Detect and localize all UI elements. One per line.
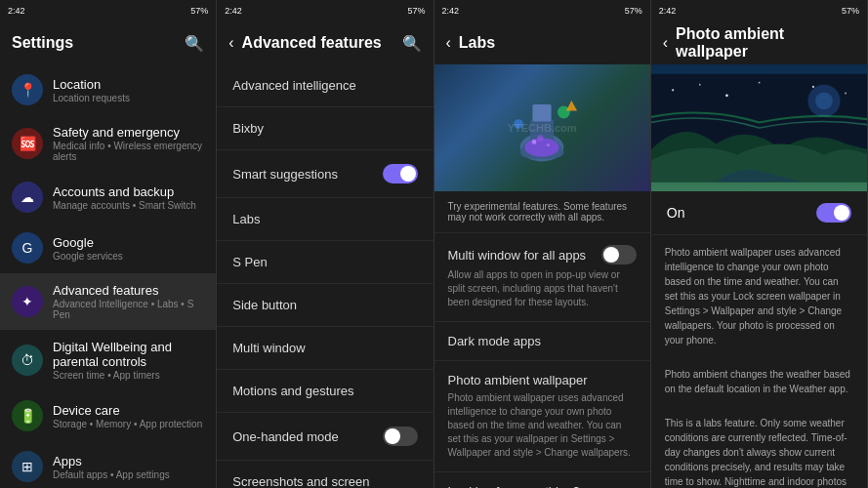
device-subtitle: Storage • Memory • App protection xyxy=(53,419,202,429)
settings-header: Settings 🔍 xyxy=(0,21,216,64)
settings-item-location[interactable]: 📍 Location Location requests xyxy=(0,64,216,115)
ambient-para-2: Photo ambient changes the weather based … xyxy=(651,357,867,406)
ambient-panel-title: Photo ambient wallpaper xyxy=(676,25,855,61)
motions-label: Motions and gestures xyxy=(232,384,353,398)
status-bar-3: 2:42 57% xyxy=(434,0,650,21)
svg-rect-1 xyxy=(533,104,552,122)
labs-panel: 2:42 57% ‹ Labs YTEC xyxy=(434,0,651,488)
labs-feature-something[interactable]: Looking for something? xyxy=(434,472,650,488)
accounts-subtitle: Manage accounts • Smart Switch xyxy=(53,200,196,211)
search-icon[interactable]: 🔍 xyxy=(185,34,204,53)
safety-title: Safety and emergency xyxy=(53,125,204,140)
something-title: Looking for something? xyxy=(448,484,580,488)
settings-item-apps[interactable]: ⊞ Apps Default apps • App settings xyxy=(0,441,216,488)
menu-item-onehanded[interactable]: One-handed mode xyxy=(217,413,433,461)
ambient-panel: 2:42 57% ‹ Photo ambient wallpaper YTECH… xyxy=(651,0,868,488)
google-subtitle: Google services xyxy=(53,251,123,262)
search-icon-2[interactable]: 🔍 xyxy=(402,34,422,53)
svg-point-15 xyxy=(845,93,847,95)
wellbeing-title: Digital Wellbeing and parental controls xyxy=(53,340,204,369)
menu-item-smart[interactable]: Smart suggestions xyxy=(217,150,433,198)
menu-item-ai[interactable]: Advanced intelligence xyxy=(217,64,433,107)
advanced-icon: ✦ xyxy=(12,286,43,317)
wellbeing-icon: ⏱ xyxy=(12,345,43,376)
smart-toggle[interactable] xyxy=(383,164,418,183)
svg-point-17 xyxy=(815,92,833,109)
menu-item-spen[interactable]: S Pen xyxy=(217,241,433,284)
ambient-desc: Photo ambient wallpaper uses advanced in… xyxy=(448,391,637,460)
ambient-content: YTECHB.com xyxy=(651,64,867,488)
battery-1: 57% xyxy=(190,6,208,16)
status-bar-1: 2:42 57% xyxy=(0,0,216,21)
back-icon-2[interactable]: ‹ xyxy=(228,34,233,52)
menu-item-bixby[interactable]: Bixby xyxy=(217,107,433,150)
onehanded-label: One-handed mode xyxy=(232,429,338,444)
svg-point-11 xyxy=(699,84,701,86)
labs-content: YTECHB.com Try experimental features. So… xyxy=(434,64,650,488)
battery-4: 57% xyxy=(842,6,859,16)
location-subtitle: Location requests xyxy=(53,93,130,103)
settings-item-safety[interactable]: 🆘 Safety and emergency Medical info • Wi… xyxy=(0,115,216,172)
labs-header: ‹ Labs xyxy=(434,21,650,64)
multiwindow-desc: Allow all apps to open in pop-up view or… xyxy=(448,268,637,309)
bixby-label: Bixby xyxy=(232,121,264,136)
multiwindow-title: Multi window for all apps xyxy=(448,248,587,263)
back-icon-3[interactable]: ‹ xyxy=(446,34,451,52)
settings-list: 📍 Location Location requests 🆘 Safety an… xyxy=(0,64,216,488)
wellbeing-subtitle: Screen time • App timers xyxy=(53,370,204,381)
ambient-toggle[interactable] xyxy=(816,203,851,223)
svg-point-5 xyxy=(537,135,543,141)
labs-panel-title: Labs xyxy=(459,34,639,52)
svg-marker-7 xyxy=(566,101,577,110)
labs-illustration: YTECHB.com xyxy=(434,64,650,191)
labs-feature-multiwindow[interactable]: Multi window for all apps Allow all apps… xyxy=(434,233,650,322)
svg-point-2 xyxy=(525,138,559,156)
ambient-svg xyxy=(651,64,867,191)
google-icon: G xyxy=(12,232,43,264)
svg-point-14 xyxy=(812,86,814,88)
labs-description: Try experimental features. Some features… xyxy=(434,191,650,233)
svg-point-12 xyxy=(725,94,728,97)
menu-item-motions[interactable]: Motions and gestures xyxy=(217,370,433,413)
settings-item-device[interactable]: 🔋 Device care Storage • Memory • App pro… xyxy=(0,390,216,441)
ambient-para-1: Photo ambient wallpaper uses advanced in… xyxy=(651,235,867,357)
time-3: 2:42 xyxy=(442,6,460,16)
device-icon: 🔋 xyxy=(12,400,43,431)
safety-icon: 🆘 xyxy=(12,128,43,159)
device-title: Device care xyxy=(53,403,202,418)
safety-subtitle: Medical info • Wireless emergency alerts xyxy=(53,141,204,162)
status-bar-2: 2:42 57% xyxy=(217,0,433,21)
apps-subtitle: Default apps • App settings xyxy=(53,469,170,480)
multiwindow-toggle[interactable] xyxy=(601,245,637,264)
labs-feature-darkmode[interactable]: Dark mode apps xyxy=(434,322,650,361)
labs-label: Labs xyxy=(232,212,260,226)
settings-item-accounts[interactable]: ☁ Accounts and backup Manage accounts • … xyxy=(0,172,216,223)
time-4: 2:42 xyxy=(659,6,677,16)
time-2: 2:42 xyxy=(225,6,242,16)
status-bar-4: 2:42 57% xyxy=(651,0,867,21)
ai-label: Advanced intelligence xyxy=(232,78,355,93)
menu-item-side[interactable]: Side button xyxy=(217,284,433,327)
battery-2: 57% xyxy=(407,6,425,16)
advanced-list: Advanced intelligence Bixby Smart sugges… xyxy=(217,64,433,488)
settings-title: Settings xyxy=(12,34,185,52)
settings-item-advanced[interactable]: ✦ Advanced features Advanced Intelligenc… xyxy=(0,273,216,330)
apps-title: Apps xyxy=(53,454,170,468)
on-toggle-row[interactable]: On xyxy=(651,191,867,235)
on-label: On xyxy=(667,205,685,221)
location-icon: 📍 xyxy=(12,74,43,105)
settings-item-google[interactable]: G Google Google services xyxy=(0,223,216,273)
ambient-preview: YTECHB.com xyxy=(651,64,867,191)
settings-item-wellbeing[interactable]: ⏱ Digital Wellbeing and parental control… xyxy=(0,330,216,390)
google-title: Google xyxy=(53,235,123,250)
labs-feature-ambient[interactable]: Photo ambient wallpaper Photo ambient wa… xyxy=(434,361,650,472)
back-icon-4[interactable]: ‹ xyxy=(663,34,668,52)
menu-item-labs[interactable]: Labs xyxy=(217,198,433,241)
menu-item-multiwindow[interactable]: Multi window xyxy=(217,327,433,370)
menu-item-screenshots[interactable]: Screenshots and screen recordings xyxy=(217,461,433,488)
onehanded-toggle[interactable] xyxy=(383,427,418,446)
accounts-title: Accounts and backup xyxy=(53,184,196,199)
settings-panel: 2:42 57% Settings 🔍 📍 Location Location … xyxy=(0,0,217,488)
advanced-title: Advanced features xyxy=(53,283,204,298)
ambient-para-3: This is a labs feature. Only some weathe… xyxy=(651,406,867,488)
